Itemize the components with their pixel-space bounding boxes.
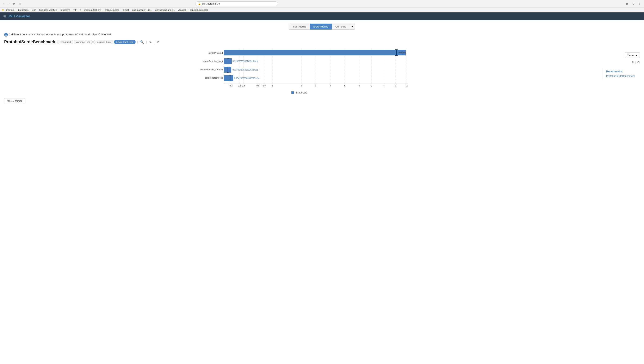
bar-label-sample: 0.12700451601692522 s/op — [232, 69, 258, 71]
svg-text:0.2: 0.2 — [230, 85, 232, 87]
svg-text:0.9: 0.9 — [263, 85, 266, 87]
mode-tabs: Throughput Average Time Sampling Time Si… — [57, 40, 136, 44]
benchmark-title: ProtobufSerdeBenchmark — [4, 40, 56, 44]
svg-text:0.5: 0.5 — [242, 85, 245, 87]
bookmark-business-wokflow[interactable]: business-wokflow — [38, 8, 58, 12]
bar-label-avgt: 0.12522577935149518 s/op — [232, 60, 258, 63]
bookmark-tech[interactable]: tech — [30, 8, 38, 12]
svg-text:9: 9 — [395, 85, 396, 87]
y-label-ss: serdeProtobuf_ss — [205, 77, 223, 79]
address-bar[interactable]: 🔒 jmh.morethan.io — [195, 2, 278, 6]
score-label: Score — [628, 54, 634, 57]
chart-container: serdeProtobuf serdeProtobuf_avgt serdePr… — [4, 48, 594, 94]
bar-label-ss: 0.15415279066666665 s/op — [234, 77, 260, 79]
bookmark-tt[interactable]: tt — [78, 8, 82, 12]
bookmark-mirket[interactable]: mirket — [121, 8, 130, 12]
mode-tab-average-time[interactable]: Average Time — [74, 40, 92, 44]
sidebar-link-benchmark[interactable]: ProtobufSerdeBenchmark — [606, 75, 641, 78]
svg-text:5: 5 — [344, 85, 345, 87]
app-header: ☰ JMH Visualizer — [0, 13, 644, 20]
bar-sample — [224, 67, 231, 73]
bookmark-vacation[interactable]: vacation — [177, 8, 188, 12]
brave-shield-button[interactable]: 🛡 — [631, 1, 636, 6]
bookmark-online-courses[interactable]: online courses — [104, 8, 121, 12]
legend-color-thrpt — [292, 91, 294, 94]
zoom-icon[interactable]: 🔍 — [139, 40, 145, 44]
mode-tab-single-shot-time[interactable]: Single Shot Time — [114, 40, 136, 44]
browser-chrome: ← → ↻ ☆ 🔒 jmh.morethan.io ⧉ 🛡 ⋮ — [0, 0, 644, 8]
balance-right-icon[interactable]: ⚖ — [637, 61, 640, 64]
chart-svg: serdeProtobuf serdeProtobuf_avgt serdePr… — [4, 48, 594, 89]
app-title: JMH Visualizer — [8, 15, 30, 18]
reload-button[interactable]: ↻ — [12, 2, 16, 6]
score-dropdown-icon: ▾ — [636, 54, 637, 57]
svg-text:10: 10 — [406, 85, 408, 87]
svg-text:4: 4 — [330, 85, 331, 87]
svg-text:1: 1 — [272, 85, 273, 87]
bar-label-serdeprotobuf: 9 ops/s — [398, 51, 406, 54]
url-text: jmh.morethan.io — [202, 2, 220, 5]
info-message: 1 1 different benchmark classes for sing… — [4, 33, 640, 37]
browser-menu-button[interactable]: ⋮ — [637, 1, 642, 6]
bookmark-benefit-blog-posts[interactable]: benefit-blog-posts — [188, 8, 209, 12]
bookmark-city-benchmark[interactable]: city-benchmark-e... — [154, 8, 176, 12]
sort-right-icon[interactable]: ⇅ — [632, 61, 634, 64]
bookmark-inomera-test-env[interactable]: inomera-test-env — [83, 8, 103, 12]
svg-text:7: 7 — [371, 85, 372, 87]
right-toolbar: ⇅ | ⚖ — [632, 61, 640, 64]
bookmark-jira-boards[interactable]: jira-boards — [16, 8, 30, 12]
y-label-avgt: serdeProtobuf_avgt — [203, 60, 223, 63]
bar-avgt — [224, 58, 232, 64]
svg-text:0.8: 0.8 — [256, 85, 260, 87]
bar-serdeprotobuf — [224, 50, 406, 56]
y-label-serdeprotobuf: serdeProtobuf — [208, 52, 223, 54]
sidebar: Benchmarks ProtobufSerdeBenchmark — [603, 68, 644, 80]
score-dropdown-button[interactable]: Score ▾ — [625, 52, 640, 58]
svg-text:0.4: 0.4 — [238, 85, 241, 87]
tab-bar: json-results proto-results Compare ▾ — [4, 24, 640, 30]
tab-compare[interactable]: Compare — [332, 24, 350, 30]
forward-button[interactable]: → — [7, 2, 11, 6]
show-json-button[interactable]: Show JSON — [4, 98, 25, 104]
benchmark-header: ProtobufSerdeBenchmark Throughput Averag… — [4, 40, 640, 44]
bookmark-inomera[interactable]: inomera — [5, 8, 16, 12]
score-dropdown-container: Score ▾ — [625, 52, 640, 58]
bookmark-vdf[interactable]: vdf — [72, 8, 78, 12]
balance-icon[interactable]: ⚖ — [156, 40, 160, 44]
mode-tab-throughput[interactable]: Throughput — [57, 40, 73, 44]
svg-text:8: 8 — [384, 85, 384, 87]
tab-dropdown-arrow[interactable]: ▾ — [350, 24, 355, 30]
svg-text:2: 2 — [301, 85, 302, 87]
hamburger-icon[interactable]: ☰ — [3, 15, 6, 18]
header-icons: | 🔍 | ⇅ | ⚖ — [137, 40, 160, 44]
tab-json-results[interactable]: json-results — [289, 24, 310, 30]
info-badge: 1 — [4, 33, 8, 37]
chart-legend: thrpt ops/s — [4, 91, 594, 94]
bar-ss — [224, 75, 233, 81]
tab-proto-results[interactable]: proto-results — [310, 24, 332, 30]
bookmark-programs[interactable]: programs — [59, 8, 71, 12]
legend-text-thrpt: thrpt ops/s — [296, 91, 307, 94]
back-button[interactable]: ← — [2, 2, 6, 6]
bookmarks-bar: 📁 inomera jira-boards tech business-wokf… — [0, 8, 644, 13]
svg-text:6: 6 — [358, 85, 360, 87]
extensions-button[interactable]: ⧉ — [624, 1, 630, 6]
y-label-sample: serdeProtobuf_sample — [200, 68, 223, 71]
bookmark-eng-manager[interactable]: eng manager - go... — [131, 8, 153, 12]
info-text: 1 different benchmark classes for single… — [9, 33, 112, 36]
svg-text:3: 3 — [315, 85, 316, 87]
sidebar-title: Benchmarks — [606, 70, 641, 73]
mode-tab-sampling-time[interactable]: Sampling Time — [94, 40, 113, 44]
main-content: json-results proto-results Compare ▾ 1 1… — [0, 20, 644, 108]
sort-icon[interactable]: ⇅ — [148, 40, 152, 44]
